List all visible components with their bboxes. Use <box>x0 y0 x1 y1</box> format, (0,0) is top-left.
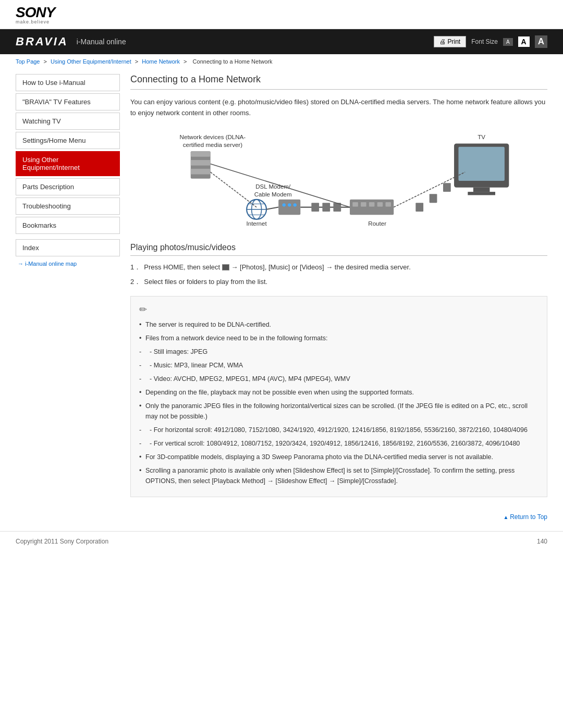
sidebar-item-troubleshooting[interactable]: Troubleshooting <box>16 198 120 215</box>
footer-copyright: Copyright 2011 Sony Corporation <box>16 538 108 545</box>
sidebar-item-how-to-use[interactable]: How to Use i-Manual <box>16 74 120 91</box>
network-diagram: Network devices (DLNA- certified media s… <box>130 128 547 232</box>
printer-icon: 🖨 <box>439 38 446 45</box>
font-size-medium-button[interactable]: A <box>518 36 530 47</box>
nav-bar-right: 🖨 Print Font Size A A A <box>434 35 547 48</box>
font-size-large-button[interactable]: A <box>535 35 547 48</box>
step-1: 1． Press HOME, then select → [Photos], [… <box>130 262 547 273</box>
svg-rect-38 <box>430 194 437 203</box>
steps-list: 1． Press HOME, then select → [Photos], [… <box>130 262 547 288</box>
font-size-label: Font Size <box>471 38 498 45</box>
breadcrumb-top[interactable]: Top Page <box>16 58 40 65</box>
svg-text:Network devices (DLNA-: Network devices (DLNA- <box>180 134 246 140</box>
svg-rect-5 <box>191 168 211 174</box>
sony-tagline: make.believe <box>16 20 547 24</box>
svg-text:Internet: Internet <box>246 220 267 227</box>
svg-rect-28 <box>311 203 319 212</box>
footer-page-number: 140 <box>537 538 547 545</box>
page-title: Connecting to a Home Network <box>130 74 547 90</box>
note-item: For 3D-compatible models, displaying a 3… <box>139 452 538 462</box>
note-item: The server is required to be DLNA-certif… <box>139 319 538 330</box>
sidebar-item-bravia-features[interactable]: "BRAVIA" TV Features <box>16 93 120 110</box>
note-sub-item: - Video: AVCHD, MPEG2, MPEG1, MP4 (AVC),… <box>139 374 538 384</box>
note-item: Depending on the file, playback may not … <box>139 387 538 398</box>
note-sub-item: - Music: MP3, linear PCM, WMA <box>139 360 538 371</box>
svg-rect-20 <box>352 202 358 206</box>
sidebar-item-bookmarks[interactable]: Bookmarks <box>16 217 120 234</box>
sidebar-item-settings[interactable]: Settings/Home Menu <box>16 132 120 149</box>
breadcrumb-equipment[interactable]: Using Other Equipment/Internet <box>51 58 131 65</box>
nav-bar-title: i-Manual online <box>77 38 126 46</box>
content-area: Connecting to a Home Network You can enj… <box>130 69 547 497</box>
svg-rect-14 <box>278 199 300 214</box>
footer: Copyright 2011 Sony Corporation 140 <box>0 531 563 551</box>
sidebar-index[interactable]: Index <box>16 239 120 256</box>
note-sub-item: - For vertical scroll: 1080/4912, 1080/7… <box>139 438 538 449</box>
svg-rect-19 <box>350 199 394 214</box>
sidebar-item-parts[interactable]: Parts Description <box>16 178 120 195</box>
svg-text:certified media server): certified media server) <box>183 141 243 147</box>
svg-text:Router: Router <box>368 220 386 227</box>
print-button[interactable]: 🖨 Print <box>434 36 467 47</box>
sub-section-title: Playing photos/music/videos <box>130 243 547 256</box>
svg-line-26 <box>266 207 278 209</box>
home-icon <box>222 264 229 270</box>
sidebar: How to Use i-Manual "BRAVIA" TV Features… <box>16 69 120 497</box>
svg-rect-39 <box>443 183 451 192</box>
svg-rect-3 <box>191 151 211 157</box>
step-2: 2． Select files or folders to play from … <box>130 277 547 288</box>
nav-bar-left: BRAVIA i-Manual online <box>16 35 126 48</box>
svg-rect-37 <box>415 203 423 212</box>
notes-box: ✏ The server is required to be DLNA-cert… <box>130 296 547 497</box>
note-item: Files from a network device need to be i… <box>139 333 538 343</box>
svg-rect-29 <box>322 203 330 212</box>
svg-point-16 <box>288 203 291 206</box>
main-layout: How to Use i-Manual "BRAVIA" TV Features… <box>0 69 563 497</box>
notes-icon: ✏ <box>139 304 538 315</box>
svg-rect-33 <box>458 146 504 180</box>
bravia-logo: BRAVIA <box>16 35 68 48</box>
svg-point-15 <box>283 203 286 206</box>
svg-point-17 <box>293 203 297 206</box>
svg-rect-22 <box>369 202 375 206</box>
note-sub-item: - Still images: JPEG <box>139 347 538 357</box>
svg-rect-35 <box>468 192 495 195</box>
breadcrumb-home-network[interactable]: Home Network <box>142 58 180 65</box>
note-item: Scrolling a panoramic photo is available… <box>139 465 538 486</box>
return-top-bar: Return to Top <box>0 508 563 526</box>
sidebar-item-using-other[interactable]: Using Other Equipment/Internet <box>16 151 120 176</box>
intro-text: You can enjoy various content (e.g. phot… <box>130 97 547 119</box>
imanual-map-link[interactable]: i-Manual online map <box>16 261 120 267</box>
nav-bar: BRAVIA i-Manual online 🖨 Print Font Size… <box>0 29 563 54</box>
svg-rect-21 <box>361 202 366 206</box>
notes-list: The server is required to be DLNA-certif… <box>139 319 538 486</box>
note-sub-item: - For horizontal scroll: 4912/1080, 7152… <box>139 425 538 435</box>
top-header: SONY make.believe <box>0 0 563 29</box>
svg-text:DSL Modem/: DSL Modem/ <box>255 183 291 189</box>
svg-rect-24 <box>385 202 391 206</box>
font-size-small-button[interactable]: A <box>503 38 513 46</box>
svg-rect-34 <box>473 187 490 191</box>
svg-text:TV: TV <box>478 134 485 140</box>
return-to-top-link[interactable]: Return to Top <box>503 513 547 521</box>
sony-brand-text: SONY <box>16 5 547 20</box>
svg-rect-23 <box>377 202 383 206</box>
breadcrumb: Top Page > Using Other Equipment/Interne… <box>0 54 563 69</box>
svg-text:Cable Modem: Cable Modem <box>254 191 292 197</box>
note-item: Only the panoramic JPEG files in the fol… <box>139 401 538 422</box>
sidebar-item-watching-tv[interactable]: Watching TV <box>16 113 120 130</box>
svg-rect-4 <box>191 160 211 166</box>
breadcrumb-current: Connecting to a Home Network <box>193 58 273 65</box>
network-diagram-svg: Network devices (DLNA- certified media s… <box>130 128 547 232</box>
sony-logo: SONY make.believe <box>16 5 547 24</box>
